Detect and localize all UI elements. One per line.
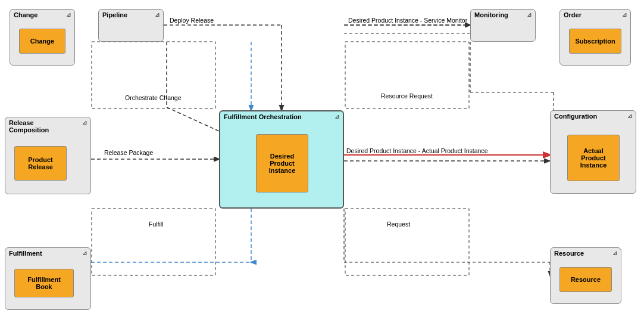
orchestrate-change-label: Orchestrate Change bbox=[125, 94, 182, 101]
svg-line-9 bbox=[167, 107, 219, 131]
release-composition-title: Release Composition ⊿ bbox=[5, 117, 90, 135]
order-box: Order ⊿ Subscription bbox=[559, 9, 631, 66]
fulfillment-orch-pin-icon: ⊿ bbox=[334, 113, 339, 120]
release-package-label: Release Package bbox=[104, 149, 153, 156]
configuration-pin-icon: ⊿ bbox=[627, 113, 632, 119]
desired-product-instance-actual-label: Desired Product Instance - Actual Produc… bbox=[346, 147, 488, 154]
order-inner: Subscription bbox=[569, 29, 621, 54]
fulfillment-orch-inner: Desired Product Instance bbox=[256, 134, 308, 193]
pipeline-title: Pipeline ⊿ bbox=[99, 10, 163, 20]
resource-title: Resource ⊿ bbox=[551, 248, 621, 259]
svg-rect-20 bbox=[345, 209, 469, 275]
change-pin-icon: ⊿ bbox=[66, 11, 71, 18]
fulfill-label: Fulfill bbox=[149, 221, 164, 228]
deploy-release-label: Deploy Release bbox=[170, 17, 214, 24]
resource-box: Resource ⊿ Resource bbox=[550, 247, 621, 304]
release-composition-box: Release Composition ⊿ Product Release bbox=[5, 117, 91, 194]
configuration-inner: Actual Product Instance bbox=[567, 135, 620, 181]
order-title: Order ⊿ bbox=[560, 10, 630, 20]
change-title: Change ⊿ bbox=[10, 10, 74, 20]
fulfillment-inner: Fulfillment Book bbox=[14, 269, 74, 297]
fulfillment-title: Fulfillment ⊿ bbox=[5, 248, 90, 259]
pipeline-box: Pipeline ⊿ bbox=[98, 9, 164, 42]
change-box: Change ⊿ Change bbox=[10, 9, 75, 66]
monitoring-title: Monitoring ⊿ bbox=[471, 10, 535, 20]
resource-pin-icon: ⊿ bbox=[612, 250, 617, 256]
request-label: Request bbox=[387, 221, 410, 228]
fulfillment-orchestration-title: Fulfillment Orchestration ⊿ bbox=[220, 111, 343, 122]
monitoring-box: Monitoring ⊿ bbox=[470, 9, 536, 42]
pipeline-pin-icon: ⊿ bbox=[155, 11, 160, 18]
fulfillment-box: Fulfillment ⊿ Fulfillment Book bbox=[5, 247, 91, 310]
release-composition-inner: Product Release bbox=[14, 146, 67, 181]
release-composition-pin-icon: ⊿ bbox=[82, 119, 87, 126]
svg-rect-21 bbox=[92, 209, 215, 275]
resource-request-label: Resource Request bbox=[381, 92, 433, 100]
configuration-box: Configuration ⊿ Actual Product Instance bbox=[550, 110, 636, 194]
change-inner: Change bbox=[19, 29, 65, 54]
monitoring-pin-icon: ⊿ bbox=[527, 11, 532, 18]
diagram: Change ⊿ Change Pipeline ⊿ Monitoring ⊿ … bbox=[0, 0, 644, 326]
configuration-title: Configuration ⊿ bbox=[551, 111, 636, 122]
order-pin-icon: ⊿ bbox=[622, 11, 627, 18]
desired-product-instance-service-monitor-label: Desired Product Instance - Service Monit… bbox=[348, 17, 467, 24]
fulfillment-pin-icon: ⊿ bbox=[82, 250, 87, 256]
fulfillment-orchestration-box: Fulfillment Orchestration ⊿ Desired Prod… bbox=[219, 110, 344, 209]
resource-inner: Resource bbox=[559, 267, 612, 292]
